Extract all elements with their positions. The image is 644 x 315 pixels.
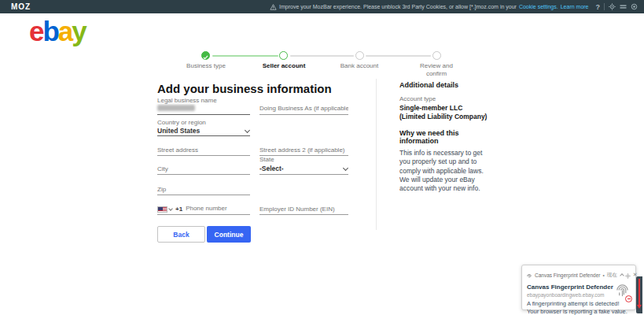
- popup-meta-dot: •: [602, 272, 604, 278]
- country-field: Country or region United States: [157, 119, 250, 136]
- warning-icon: [270, 4, 277, 10]
- screen: MOZ Improve your MozBar experience. Plea…: [0, 0, 644, 315]
- cookie-settings-link[interactable]: Cookie settings.: [519, 4, 558, 9]
- mozbar-message: Improve your MozBar experience. Please u…: [279, 4, 517, 9]
- menu-icon[interactable]: [620, 3, 627, 10]
- edge-scrollbar[interactable]: [636, 276, 642, 313]
- learn-more-link[interactable]: Learn more: [561, 4, 589, 9]
- legal-business-name-redacted-value: [157, 105, 195, 111]
- zip-input[interactable]: [157, 186, 250, 195]
- us-flag-icon[interactable]: [157, 206, 167, 213]
- step-label-bank-account: Bank account: [332, 62, 387, 70]
- street-address-2-input[interactable]: [259, 146, 348, 155]
- step-business-type-circle: [201, 51, 210, 60]
- account-type-label: Account type: [399, 95, 488, 102]
- legal-business-name-field: Legal business name: [157, 97, 250, 115]
- ein-input[interactable]: [259, 206, 348, 214]
- city-input[interactable]: [157, 165, 250, 174]
- popup-time: 现在: [607, 272, 617, 279]
- vertical-divider: [376, 79, 377, 230]
- mozbar-right: Improve your MozBar experience. Please u…: [270, 3, 638, 11]
- gear-icon[interactable]: [609, 3, 616, 10]
- step-review-confirm-circle: [432, 51, 441, 60]
- state-field: State -Select-: [259, 156, 348, 175]
- ebay-logo[interactable]: ebay: [29, 19, 86, 44]
- dba-input[interactable]: [259, 105, 348, 113]
- chevron-down-icon: [344, 166, 348, 171]
- street-address-2-field: [259, 146, 348, 156]
- account-type-value: Single-member LLC (Limited Liability Com…: [399, 104, 488, 121]
- phone-input[interactable]: [186, 205, 250, 213]
- country-label: Country or region: [157, 119, 250, 126]
- mozbar-warning: Improve your MozBar experience. Please u…: [270, 4, 589, 10]
- country-select[interactable]: United States: [157, 126, 250, 136]
- phone-field: +1: [157, 204, 250, 215]
- dba-field: [259, 103, 348, 115]
- chevron-down-icon: [245, 128, 250, 133]
- state-value: -Select-: [259, 165, 344, 172]
- scroll-marker-arrow-icon: [637, 305, 642, 309]
- dial-code: +1: [175, 206, 182, 213]
- ebay-logo-letter-e: e: [29, 16, 42, 46]
- additional-details-panel: Additional details Account type Single-m…: [399, 81, 488, 193]
- help-icon[interactable]: ?: [596, 3, 601, 11]
- power-icon[interactable]: [631, 3, 638, 10]
- stepper-connector-3: [366, 55, 431, 57]
- legal-business-name-label: Legal business name: [157, 97, 250, 104]
- fingerprint-defender-popup: Canvas Fingerprint Defender • 现在 ✕ Canva…: [521, 265, 636, 310]
- step-label-review-confirm: Review and confirm: [414, 62, 458, 78]
- additional-details-heading: Additional details: [399, 81, 488, 89]
- step-bank-account-circle: [355, 51, 364, 60]
- ebay-logo-letter-a: a: [58, 16, 72, 46]
- legal-business-name-input[interactable]: [157, 104, 250, 115]
- continue-button[interactable]: Continue: [207, 226, 251, 243]
- step-label-business-type: Business type: [178, 62, 234, 70]
- blocked-badge-icon: [625, 295, 632, 302]
- popup-source: Canvas Fingerprint Defender: [535, 272, 600, 278]
- mozbar-divider: [604, 3, 605, 10]
- ebay-logo-letter-b: b: [42, 16, 57, 46]
- stepper-connector-1: [212, 55, 278, 57]
- back-button[interactable]: Back: [157, 226, 205, 243]
- stepper-connector-2: [290, 55, 354, 57]
- check-icon: [203, 49, 208, 63]
- city-field: [157, 165, 250, 175]
- state-select[interactable]: -Select-: [259, 163, 348, 175]
- scroll-marker-line: [638, 279, 640, 305]
- street-address-input[interactable]: [157, 146, 250, 155]
- popup-header: Canvas Fingerprint Defender • 现在 ✕: [522, 265, 635, 283]
- street-address-field: [157, 146, 250, 156]
- step-label-seller-account: Seller account: [256, 62, 311, 70]
- why-heading: Why we need this information: [399, 129, 488, 145]
- chevron-down-icon[interactable]: [169, 207, 173, 211]
- why-text: This info is necessary to get you proper…: [399, 149, 488, 193]
- fingerprint-icon: [615, 283, 630, 302]
- zip-field: [157, 185, 250, 195]
- popup-settings-gear-icon[interactable]: [625, 268, 631, 282]
- page-title: Add your business information: [157, 82, 332, 95]
- step-seller-account-circle: [279, 51, 288, 60]
- fingerprint-mini-icon: [526, 268, 532, 282]
- moz-logo: MOZ: [11, 2, 31, 11]
- country-value: United States: [157, 127, 245, 135]
- ebay-logo-letter-y: y: [72, 16, 85, 46]
- mozbar: MOZ Improve your MozBar experience. Plea…: [0, 0, 644, 13]
- popup-body: Canvas Fingerprint Defender ebaypayonboa…: [522, 283, 635, 315]
- ein-field: [259, 205, 348, 215]
- popup-alert-line-2: Your browser is reporting a fake value.: [527, 308, 635, 315]
- state-label: State: [259, 156, 348, 163]
